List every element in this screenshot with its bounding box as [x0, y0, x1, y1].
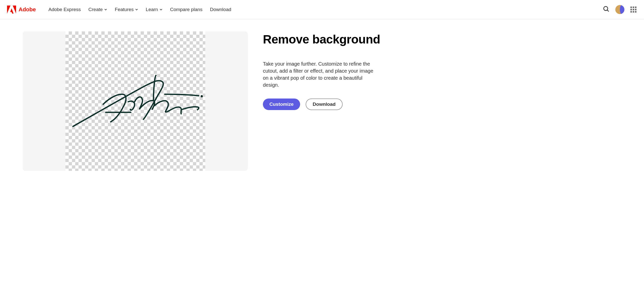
header-actions	[603, 5, 637, 14]
nav-learn[interactable]: Learn	[146, 7, 163, 12]
nav-label: Create	[88, 7, 103, 12]
nav-label: Compare plans	[170, 7, 203, 12]
customize-button[interactable]: Customize	[263, 99, 300, 110]
nav-features[interactable]: Features	[115, 7, 138, 12]
search-button[interactable]	[603, 6, 610, 13]
page-description: Take your image further. Customize to re…	[263, 60, 377, 88]
logo-area[interactable]: Adobe	[7, 6, 36, 14]
download-button[interactable]: Download	[306, 99, 343, 110]
svg-point-0	[604, 7, 608, 11]
chevron-down-icon	[159, 8, 163, 11]
chevron-down-icon	[135, 8, 138, 11]
main-nav: Adobe Express Create Features Learn Comp…	[48, 7, 231, 12]
svg-point-2	[201, 96, 202, 97]
nav-label: Download	[210, 7, 231, 12]
search-icon	[603, 6, 610, 13]
chevron-down-icon	[104, 8, 107, 11]
apps-grid-icon	[630, 7, 636, 13]
nav-label: Adobe Express	[48, 7, 81, 12]
page-title: Remove background	[263, 32, 629, 46]
nav-create[interactable]: Create	[88, 7, 107, 12]
signature-image	[65, 31, 205, 171]
main-content: Remove background Take your image furthe…	[0, 19, 644, 171]
header: Adobe Adobe Express Create Features Lear…	[0, 0, 644, 19]
nav-label: Features	[115, 7, 134, 12]
app-switcher-button[interactable]	[630, 6, 637, 13]
nav-adobe-express[interactable]: Adobe Express	[48, 7, 81, 12]
adobe-logo-icon	[7, 6, 16, 14]
transparent-background	[65, 31, 205, 171]
brand-name: Adobe	[19, 6, 36, 13]
nav-compare-plans[interactable]: Compare plans	[170, 7, 203, 12]
nav-download[interactable]: Download	[210, 7, 231, 12]
action-buttons: Customize Download	[263, 99, 629, 110]
content-panel: Remove background Take your image furthe…	[263, 31, 629, 110]
svg-line-1	[607, 10, 609, 12]
image-preview-panel	[23, 31, 248, 171]
avatar[interactable]	[615, 5, 624, 14]
nav-label: Learn	[146, 7, 158, 12]
